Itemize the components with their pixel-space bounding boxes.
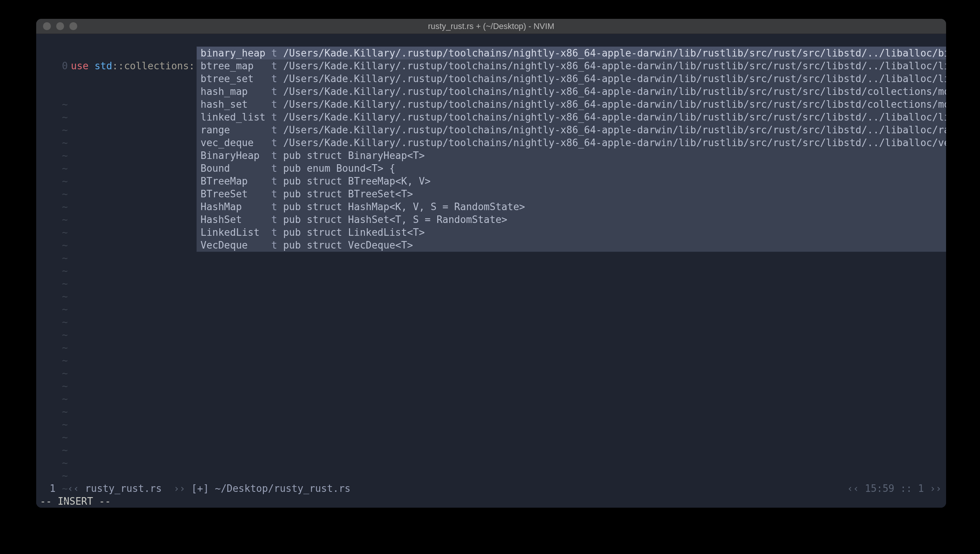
completion-item[interactable]: BTreeSet t pub struct BTreeSet<T> — [197, 188, 946, 201]
titlebar[interactable]: rusty_rust.rs + (~/Desktop) - NVIM — [36, 19, 946, 34]
completion-menu: /Users/Kade.Killary/.rustup/toolchains/n… — [283, 86, 946, 97]
completion-menu: /Users/Kade.Killary/.rustup/toolchains/n… — [283, 48, 946, 59]
completion-item[interactable]: Bound t pub enum Bound<T> { — [197, 162, 946, 175]
empty-line-tilde: ~ — [36, 303, 68, 315]
completion-menu: pub struct LinkedList<T> — [283, 227, 425, 238]
completion-kind: t — [271, 137, 278, 148]
completion-word: btree_map — [201, 60, 265, 72]
statusline: 1 ‹‹ rusty_rust.rs ›› [+] ~/Desktop/rust… — [36, 482, 946, 495]
completion-kind: t — [271, 227, 278, 238]
completion-item[interactable]: LinkedList t pub struct LinkedList<T> — [197, 226, 946, 239]
completion-menu: /Users/Kade.Killary/.rustup/toolchains/n… — [283, 73, 946, 84]
completion-word: BTreeSet — [201, 188, 265, 200]
empty-line-tilde: ~ — [36, 239, 68, 252]
completion-item[interactable]: BTreeMap t pub struct BTreeMap<K, V> — [197, 175, 946, 188]
empty-line-tilde: ~ — [36, 482, 68, 495]
window-title: rusty_rust.rs + (~/Desktop) - NVIM — [36, 21, 946, 31]
completion-item[interactable]: linked_list t /Users/Kade.Killary/.rustu… — [197, 111, 946, 124]
empty-line-tilde: ~ — [36, 328, 68, 341]
empty-line-tilde: ~ — [36, 457, 68, 469]
completion-word: btree_set — [201, 73, 265, 84]
buffer-path: ~/Desktop/rusty_rust.rs — [215, 483, 351, 494]
completion-menu: pub struct VecDeque<T> — [283, 240, 413, 251]
completion-word: range — [201, 124, 265, 135]
completion-kind: t — [271, 124, 278, 135]
path-separator: :: — [112, 60, 124, 72]
completion-menu: /Users/Kade.Killary/.rustup/toolchains/n… — [283, 60, 946, 72]
empty-line-tilde: ~ — [36, 290, 68, 303]
completion-item[interactable]: HashSet t pub struct HashSet<T, S = Rand… — [197, 213, 946, 226]
completion-kind: t — [271, 48, 278, 59]
keyword-use: use — [71, 60, 89, 72]
completion-item[interactable]: binary_heap t /Users/Kade.Killary/.rustu… — [197, 47, 946, 59]
completion-kind: t — [271, 188, 278, 200]
completion-popup[interactable]: binary_heap t /Users/Kade.Killary/.rustu… — [197, 47, 946, 252]
completion-menu: pub struct HashSet<T, S = RandomState> — [283, 214, 508, 225]
modified-flag: [+] — [191, 483, 209, 494]
completion-item[interactable]: range t /Users/Kade.Killary/.rustup/tool… — [197, 124, 946, 136]
empty-line-tilde: ~ — [36, 341, 68, 354]
completion-menu: pub struct BinaryHeap<T> — [283, 150, 425, 161]
completion-item[interactable]: vec_deque t /Users/Kade.Killary/.rustup/… — [197, 136, 946, 149]
empty-line-tilde: ~ — [36, 405, 68, 418]
traffic-lights — [36, 22, 77, 30]
completion-kind: t — [271, 150, 278, 161]
empty-line-tilde: ~ — [36, 213, 68, 226]
angle-close-icon: ›› — [173, 483, 185, 494]
empty-line-tilde: ~ — [36, 162, 68, 175]
empty-line-tilde: ~ — [36, 188, 68, 201]
completion-word: hash_map — [201, 86, 265, 97]
completion-kind: t — [271, 60, 278, 72]
completion-menu: /Users/Kade.Killary/.rustup/toolchains/n… — [283, 99, 946, 110]
line-number: 0 — [36, 59, 68, 72]
empty-line-tilde: ~ — [36, 380, 68, 392]
statusline-left: 1 ‹‹ rusty_rust.rs ›› [+] ~/Desktop/rust… — [44, 482, 351, 495]
empty-line-tilde: ~ — [36, 469, 68, 482]
completion-word: VecDeque — [201, 240, 265, 251]
empty-line-tilde: ~ — [36, 495, 68, 508]
close-icon[interactable] — [43, 22, 51, 30]
completion-word: LinkedList — [201, 227, 265, 238]
module-std: std — [94, 60, 112, 72]
completion-item[interactable]: hash_map t /Users/Kade.Killary/.rustup/t… — [197, 85, 946, 98]
code-area[interactable]: use std::collections:: binary_heap t /Us… — [71, 34, 946, 482]
empty-line-tilde: ~ — [36, 124, 68, 136]
editor-viewport[interactable]: 0 ~~~~~~~~~~~~~~~~~~~~~~~~~~~~~~~~~ use … — [36, 34, 946, 482]
completion-word: vec_deque — [201, 137, 265, 148]
empty-line-tilde: ~ — [36, 264, 68, 277]
completion-kind: t — [271, 214, 278, 225]
completion-kind: t — [271, 240, 278, 251]
completion-menu: /Users/Kade.Killary/.rustup/toolchains/n… — [283, 111, 946, 123]
completion-item[interactable]: btree_map t /Users/Kade.Killary/.rustup/… — [197, 59, 946, 72]
completion-item[interactable]: btree_set t /Users/Kade.Killary/.rustup/… — [197, 72, 946, 85]
module-collections: collections — [124, 60, 189, 72]
zoom-icon[interactable] — [69, 22, 77, 30]
empty-line-tilde: ~ — [36, 175, 68, 188]
completion-word: Bound — [201, 163, 265, 174]
completion-item[interactable]: hash_set t /Users/Kade.Killary/.rustup/t… — [197, 98, 946, 111]
completion-kind: t — [271, 99, 278, 110]
completion-menu: pub enum Bound<T> { — [283, 163, 395, 174]
completion-item[interactable]: BinaryHeap t pub struct BinaryHeap<T> — [197, 149, 946, 162]
statusline-right: ‹‹ 15:59 :: 1 ›› — [848, 482, 942, 495]
empty-line-tilde: ~ — [36, 201, 68, 213]
completion-kind: t — [271, 201, 278, 212]
completion-word: binary_heap — [201, 48, 265, 59]
completion-item[interactable]: HashMap t pub struct HashMap<K, V, S = R… — [197, 201, 946, 213]
empty-line-tilde: ~ — [36, 354, 68, 367]
empty-line-tilde: ~ — [36, 226, 68, 239]
completion-kind: t — [271, 163, 278, 174]
completion-menu: /Users/Kade.Killary/.rustup/toolchains/n… — [283, 124, 946, 135]
completion-item[interactable]: VecDeque t pub struct VecDeque<T> — [197, 239, 946, 252]
completion-menu: pub struct BTreeMap<K, V> — [283, 175, 431, 187]
empty-line-tilde: ~ — [36, 431, 68, 444]
completion-kind: t — [271, 86, 278, 97]
empty-line-tilde: ~ — [36, 444, 68, 457]
minimize-icon[interactable] — [56, 22, 64, 30]
mode-indicator: -- INSERT -- — [36, 495, 946, 508]
completion-menu: pub struct HashMap<K, V, S = RandomState… — [283, 201, 525, 212]
completion-word: BTreeMap — [201, 175, 265, 187]
completion-word: HashMap — [201, 201, 265, 212]
empty-line-tilde: ~ — [36, 149, 68, 162]
angle-open-icon: ‹‹ — [67, 483, 79, 494]
